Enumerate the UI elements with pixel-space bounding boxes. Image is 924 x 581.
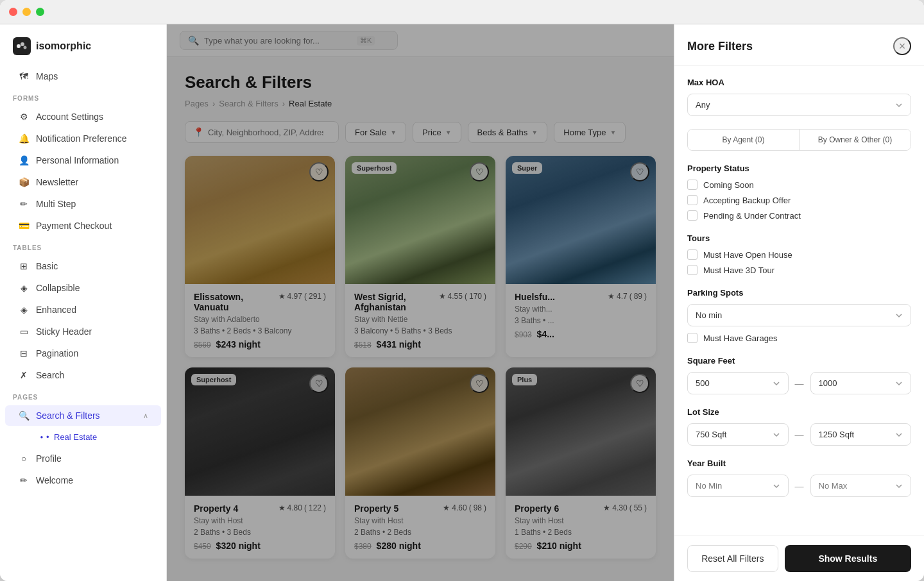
- basic-label: Basic: [36, 261, 58, 271]
- 3d-tour-checkbox[interactable]: [687, 265, 697, 275]
- sidebar-item-welcome[interactable]: ✏ Welcome: [5, 470, 161, 491]
- accepting-backup-checkbox[interactable]: [687, 195, 697, 205]
- lot-size-section: Lot Size 750 Sqft 500 Sqft 1000 Sqft —: [687, 407, 911, 446]
- app-window: isomorphic 🗺 Maps FORMS ⚙ Account Settin…: [0, 0, 924, 581]
- newsletter-label: Newsletter: [36, 177, 78, 187]
- sidebar-item-pagination[interactable]: ⊟ Pagination: [5, 343, 161, 364]
- sidebar-item-profile[interactable]: ○ Profile: [5, 448, 161, 469]
- panel-body: Max HOA Any $100/mo $200/mo $500/mo By A…: [674, 66, 924, 535]
- lot-size-label: Lot Size: [687, 407, 911, 417]
- tours-label: Tours: [687, 233, 911, 243]
- search-filters-submenu: ● Real Estate: [0, 426, 166, 448]
- tours-section: Tours Must Have Open House Must Have 3D …: [687, 233, 911, 275]
- search-filters-label: Search & Filters: [36, 410, 100, 421]
- search-table-icon: ✗: [18, 370, 30, 380]
- sidebar-item-personal-information[interactable]: 👤 Personal Information: [5, 150, 161, 171]
- svg-point-0: [17, 44, 21, 48]
- max-hoa-select[interactable]: Any $100/mo $200/mo $500/mo: [687, 94, 911, 116]
- personal-label: Personal Information: [36, 155, 119, 165]
- lot-size-min-select[interactable]: 750 Sqft 500 Sqft 1000 Sqft: [687, 423, 789, 446]
- square-feet-section: Square Feet —: [687, 356, 911, 394]
- year-built-range: —: [687, 475, 911, 497]
- pending-under-contract-item[interactable]: Pending & Under Contract: [687, 210, 911, 221]
- sidebar-item-search-filters[interactable]: 🔍 Search & Filters ∧: [5, 405, 161, 426]
- maximize-button[interactable]: [36, 8, 44, 16]
- minimize-button[interactable]: [22, 8, 31, 16]
- range-dash: —: [795, 378, 804, 389]
- year-built-min-input[interactable]: [687, 475, 789, 497]
- range-dash: —: [795, 430, 804, 440]
- tables-section-label: TABLES: [0, 237, 166, 255]
- open-house-item[interactable]: Must Have Open House: [687, 249, 911, 260]
- show-results-button[interactable]: Show Results: [785, 545, 911, 572]
- sticky-label: Sticky Header: [36, 326, 92, 337]
- accepting-backup-label: Accepting Backup Offer: [703, 196, 791, 205]
- parking-spots-section: Parking Spots No min 1 2 3+ Must Have Ga…: [687, 288, 911, 343]
- newsletter-icon: 📦: [18, 177, 30, 187]
- open-house-label: Must Have Open House: [703, 250, 792, 260]
- must-have-garages-item[interactable]: Must Have Garages: [687, 333, 911, 343]
- accepting-backup-item[interactable]: Accepting Backup Offer: [687, 195, 911, 205]
- pending-contract-checkbox[interactable]: [687, 210, 697, 221]
- year-built-min: [687, 475, 789, 497]
- maps-label: Maps: [36, 71, 58, 81]
- sidebar-logo: isomorphic: [0, 24, 166, 65]
- square-feet-max-input[interactable]: [810, 372, 912, 394]
- chevron-down-icon: ∧: [143, 412, 148, 420]
- panel-header: More Filters ×: [674, 24, 924, 66]
- collapsible-label: Collapsible: [36, 283, 80, 293]
- open-house-checkbox[interactable]: [687, 249, 697, 260]
- max-hoa-label: Max HOA: [687, 78, 911, 87]
- range-dash: —: [795, 481, 804, 491]
- by-owner-button[interactable]: By Owner & Other (0): [799, 130, 911, 150]
- coming-soon-item[interactable]: Coming Soon: [687, 180, 911, 190]
- sidebar-item-collapsible[interactable]: ◈ Collapsible: [5, 278, 161, 298]
- parking-spots-select[interactable]: No min 1 2 3+: [687, 304, 911, 326]
- square-feet-range: —: [687, 372, 911, 394]
- sidebar-item-notification-preference[interactable]: 🔔 Notification Preference: [5, 128, 161, 149]
- close-button[interactable]: [9, 8, 17, 16]
- notification-icon: 🔔: [18, 133, 30, 144]
- sidebar-item-multi-step[interactable]: ✏ Multi Step: [5, 194, 161, 214]
- year-built-section: Year Built —: [687, 459, 911, 497]
- year-built-max-input[interactable]: [810, 475, 912, 497]
- basic-icon: ⊞: [18, 261, 30, 271]
- panel-footer: Reset All Filters Show Results: [674, 535, 924, 581]
- logo-text: isomorphic: [36, 40, 91, 52]
- content-overlay: [167, 24, 674, 581]
- coming-soon-checkbox[interactable]: [687, 180, 697, 190]
- svg-point-2: [24, 46, 27, 49]
- square-feet-max: [810, 372, 912, 394]
- panel-title: More Filters: [687, 40, 753, 53]
- must-have-garages-checkbox[interactable]: [687, 333, 697, 343]
- sidebar-item-enhanced[interactable]: ◈ Enhanced: [5, 299, 161, 320]
- sidebar-item-payment-checkout[interactable]: 💳 Payment Checkout: [5, 215, 161, 236]
- profile-label: Profile: [36, 453, 62, 464]
- payment-label: Payment Checkout: [36, 221, 112, 231]
- content-area: 🔍 ⌘K Search & Filters Pages › Search & F…: [167, 24, 674, 581]
- by-agent-button[interactable]: By Agent (0): [688, 130, 799, 150]
- sidebar-item-search[interactable]: ✗ Search: [5, 365, 161, 385]
- coming-soon-label: Coming Soon: [703, 180, 754, 190]
- title-bar: [0, 0, 924, 24]
- search-table-label: Search: [36, 370, 64, 380]
- lot-size-max-select[interactable]: 1250 Sqft 1000 Sqft 2000 Sqft: [810, 423, 912, 446]
- property-status-label: Property Status: [687, 164, 911, 173]
- reset-filters-button[interactable]: Reset All Filters: [687, 545, 778, 572]
- sidebar-item-account-settings[interactable]: ⚙ Account Settings: [5, 106, 161, 127]
- pagination-icon: ⊟: [18, 348, 30, 358]
- svg-point-1: [21, 42, 24, 46]
- multistep-icon: ✏: [18, 199, 30, 209]
- sidebar-item-sticky-header[interactable]: ▭ Sticky Header: [5, 321, 161, 342]
- sidebar-item-maps[interactable]: 🗺 Maps: [5, 66, 161, 87]
- pages-section-label: PAGES: [0, 386, 166, 405]
- 3d-tour-item[interactable]: Must Have 3D Tour: [687, 265, 911, 275]
- sidebar-item-newsletter[interactable]: 📦 Newsletter: [5, 172, 161, 192]
- lot-size-range: 750 Sqft 500 Sqft 1000 Sqft — 1250 Sqft …: [687, 423, 911, 446]
- pending-contract-label: Pending & Under Contract: [703, 211, 801, 221]
- square-feet-min-input[interactable]: [687, 372, 789, 394]
- panel-close-button[interactable]: ×: [893, 37, 911, 55]
- sidebar-item-basic[interactable]: ⊞ Basic: [5, 256, 161, 276]
- sidebar-item-real-estate[interactable]: ● Real Estate: [23, 427, 161, 447]
- profile-icon: ○: [18, 453, 30, 464]
